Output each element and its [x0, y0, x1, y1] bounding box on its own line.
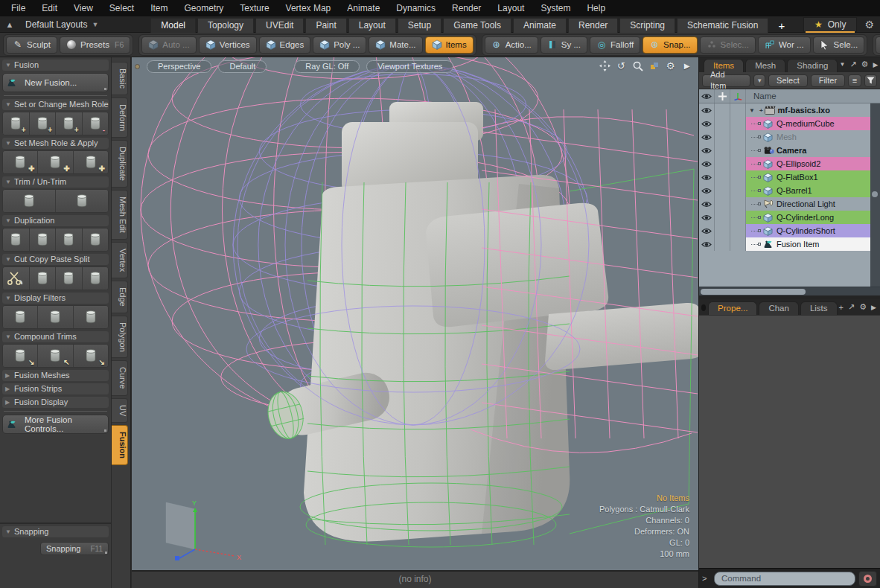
- tree-plus-icon[interactable]: +: [759, 107, 763, 114]
- toolbar-snap[interactable]: ⊕Snap...: [643, 36, 697, 54]
- preset-icon[interactable]: [648, 60, 660, 71]
- visibility-toggle[interactable]: [699, 117, 715, 130]
- gear-icon[interactable]: ⚙: [864, 19, 874, 31]
- axis-cell[interactable]: [730, 157, 746, 170]
- visibility-toggle[interactable]: [699, 170, 715, 184]
- display-filters-filter-solid-button[interactable]: [38, 306, 73, 328]
- expand-icon[interactable]: ↗: [848, 302, 855, 312]
- item-name-cell[interactable]: ▼+mf-basics.lxo: [746, 103, 880, 117]
- item-name-cell[interactable]: Q-CylinderLong: [746, 211, 880, 224]
- layout-selector[interactable]: Default Layouts ▼: [19, 19, 104, 30]
- gear-icon[interactable]: ⚙: [861, 60, 869, 69]
- item-row-mesh[interactable]: Mesh: [699, 130, 880, 144]
- menu-help[interactable]: Help: [578, 0, 613, 16]
- tree-collapse-icon[interactable]: ▼: [749, 107, 755, 114]
- axis-cell[interactable]: [730, 144, 746, 157]
- command-input[interactable]: [714, 572, 855, 586]
- transform-cell[interactable]: [715, 144, 730, 157]
- menu-view[interactable]: View: [66, 0, 101, 16]
- toolbar-poly[interactable]: Poly ...: [313, 36, 366, 54]
- item-row-q-cylinderlong[interactable]: Q-CylinderLong: [699, 211, 880, 224]
- toolbar-sculpt[interactable]: ✎Sculpt: [6, 36, 57, 54]
- section-header-fusion-meshes[interactable]: ▶Fusion Meshes: [2, 370, 109, 381]
- toolbar-auto[interactable]: Auto ...: [141, 36, 196, 54]
- toolbar-items[interactable]: Items: [425, 36, 474, 54]
- duplication-dup-1-button[interactable]: [3, 229, 30, 251]
- funnel-icon[interactable]: [864, 74, 877, 87]
- axis-column-header[interactable]: [730, 89, 746, 103]
- viewport-menu-dot-icon[interactable]: [135, 64, 140, 69]
- set-mesh-role-apply-apply-union-button[interactable]: ✚: [38, 151, 73, 173]
- duplication-dup-4-button[interactable]: [83, 229, 109, 251]
- cut-copy-paste-split-copy-button[interactable]: [30, 267, 57, 290]
- menu-geometry[interactable]: Geometry: [176, 0, 232, 16]
- transform-cell[interactable]: [715, 224, 730, 237]
- command-history-icon[interactable]: [858, 571, 877, 587]
- visibility-toggle[interactable]: [699, 211, 715, 224]
- item-row-q-barrel1[interactable]: Q-Barrel1: [699, 184, 880, 197]
- name-column-header[interactable]: Name: [746, 92, 880, 100]
- layout-tab-render[interactable]: Render: [568, 18, 618, 33]
- item-name-cell[interactable]: Mesh: [746, 130, 880, 144]
- item-row-q-flatbox1[interactable]: Q-FlatBox1: [699, 170, 880, 184]
- item-row-camera[interactable]: Camera: [699, 144, 880, 157]
- list-options-icon[interactable]: ≡: [848, 74, 861, 87]
- visibility-toggle[interactable]: [699, 144, 715, 157]
- gear-icon[interactable]: ⚙: [859, 302, 867, 312]
- arrow-right-icon[interactable]: ▶: [871, 304, 876, 311]
- layout-tab-uvedit[interactable]: UVEdit: [255, 18, 304, 33]
- transform-cell[interactable]: [715, 157, 730, 170]
- only-favorites-button[interactable]: ★ Only: [803, 17, 857, 32]
- tab-fusion[interactable]: Fusion: [112, 425, 128, 465]
- trim-un-trim-trim-button[interactable]: [3, 190, 56, 212]
- item-name-cell[interactable]: Q-mediumCube: [746, 117, 880, 130]
- layout-tab-animate[interactable]: Animate: [513, 18, 567, 33]
- section-header-set-mesh-role-apply[interactable]: ▼Set Mesh Role & Apply: [2, 138, 109, 149]
- item-name-cell[interactable]: Q-Barrel1: [746, 184, 880, 197]
- axis-cell[interactable]: [730, 170, 746, 184]
- tab-deform[interactable]: Deform: [112, 98, 128, 138]
- item-name-cell[interactable]: Q-Ellipsoid2: [746, 157, 880, 170]
- visibility-toggle[interactable]: [699, 184, 715, 197]
- set-or-change-mesh-role-add-trim-button[interactable]: +: [30, 112, 57, 135]
- axis-cell[interactable]: [730, 117, 746, 130]
- tab-basic[interactable]: Basic: [112, 62, 128, 95]
- toolbar-falloff[interactable]: ◎Falloff: [590, 36, 640, 54]
- layout-tab-schematic-fusion[interactable]: Schematic Fusion: [677, 18, 768, 33]
- tab-vertex[interactable]: Vertex: [112, 242, 128, 278]
- tab-lists[interactable]: Lists: [800, 301, 838, 315]
- transform-cell[interactable]: [715, 130, 730, 144]
- axis-cell[interactable]: [730, 197, 746, 211]
- section-header-fusion-display[interactable]: ▶Fusion Display: [2, 397, 109, 408]
- menu-texture[interactable]: Texture: [232, 0, 277, 16]
- toolbar-vertices[interactable]: Vertices: [199, 36, 257, 54]
- set-or-change-mesh-role-remove-role-button[interactable]: -: [83, 112, 109, 135]
- menu-item[interactable]: Item: [142, 0, 176, 16]
- visibility-toggle[interactable]: [699, 237, 715, 251]
- cut-copy-paste-split-paste-button[interactable]: [56, 267, 83, 290]
- menu-vertex-map[interactable]: Vertex Map: [278, 0, 339, 16]
- menu-dynamics[interactable]: Dynamics: [388, 0, 444, 16]
- toolbar-presets[interactable]: PresetsF6: [60, 36, 130, 54]
- item-name-cell[interactable]: Camera: [746, 144, 880, 157]
- section-header-fusion[interactable]: ▼Fusion: [2, 60, 109, 71]
- viewport-button-ray-gl-off[interactable]: Ray GL: Off: [294, 60, 360, 73]
- layout-tab-layout[interactable]: Layout: [348, 18, 396, 33]
- snapping-header[interactable]: ▼ Snapping: [2, 526, 109, 537]
- cut-copy-paste-split-split-button[interactable]: [83, 267, 109, 290]
- section-header-duplication[interactable]: ▼Duplication: [2, 215, 109, 226]
- item-row-fusion-item[interactable]: Fusion Item: [699, 237, 880, 251]
- transform-cell[interactable]: [715, 197, 730, 211]
- menu-system[interactable]: System: [532, 0, 578, 16]
- zoom-icon[interactable]: [632, 60, 643, 71]
- section-header-cut-copy-paste-split[interactable]: ▼Cut Copy Paste Split: [2, 254, 109, 265]
- trim-un-trim-untrim-button[interactable]: [56, 190, 108, 212]
- tab-uv[interactable]: UV: [112, 398, 128, 423]
- expand-icon[interactable]: ▶: [681, 60, 692, 71]
- transform-cell[interactable]: [715, 237, 730, 251]
- tab-curve[interactable]: Curve: [112, 360, 128, 395]
- item-row-directional-light[interactable]: Directional Light: [699, 197, 880, 211]
- section-header-trim-un-trim[interactable]: ▼Trim / Un-Trim: [2, 176, 109, 188]
- item-name-cell[interactable]: Directional Light: [746, 197, 880, 211]
- transform-cell[interactable]: [715, 117, 730, 130]
